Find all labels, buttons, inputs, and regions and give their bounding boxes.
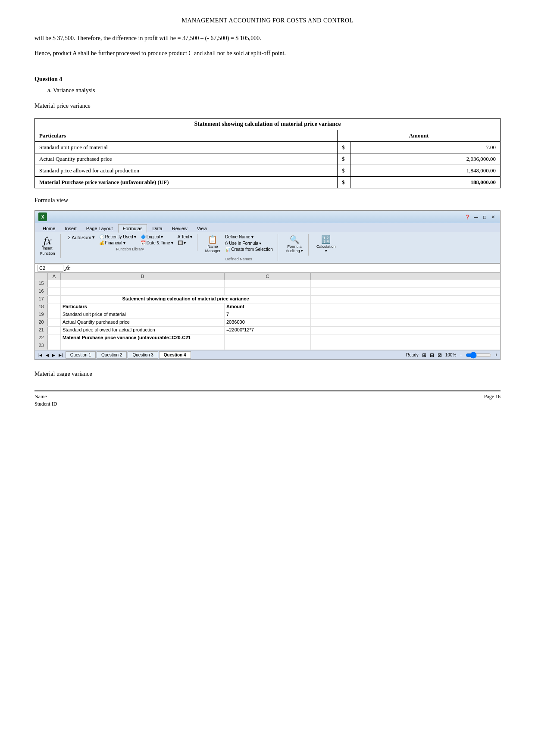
formula-auditing-button[interactable]: 🔍 FormulaAuditing ▾ xyxy=(284,234,305,256)
page-title: MANAGEMENT ACCOUNTING FOR COSTS AND CONT… xyxy=(34,17,501,24)
name-manager-button[interactable]: 📋 NameManager xyxy=(203,234,222,256)
row-num-16: 16 xyxy=(35,288,48,295)
cell-c22[interactable] xyxy=(225,334,311,342)
date-time-button[interactable]: 📅 Date & Time ▾ xyxy=(139,240,175,246)
cell-b21[interactable]: Standard price allowed for actual produc… xyxy=(61,327,225,334)
table-row: 23 xyxy=(35,342,500,350)
body-text-1: will be $ 37,500. Therefore, the differe… xyxy=(34,33,501,44)
sheet-tab-q2[interactable]: Question 2 xyxy=(97,351,127,359)
view-normal-icon[interactable]: ⊞ xyxy=(422,352,426,358)
cell-c18[interactable]: Amount xyxy=(225,303,311,311)
sheet-tab-q1[interactable]: Question 1 xyxy=(66,351,96,359)
cell-c15[interactable] xyxy=(225,280,311,287)
table-row: 15 xyxy=(35,280,500,288)
define-name-button[interactable]: Define Name ▾ xyxy=(224,234,274,240)
sheet-tabs: Question 1 Question 2 Question 3 Questio… xyxy=(66,351,191,359)
autosum-dropdown-icon: ▾ xyxy=(92,234,95,240)
insert-function-button[interactable]: 𝑓𝑥 InsertFunction xyxy=(38,234,57,258)
cell-b20[interactable]: Actual Quantity purchased price xyxy=(61,319,225,326)
cell-b15[interactable] xyxy=(61,280,225,287)
cell-c21[interactable]: =22000*12*7 xyxy=(225,327,311,334)
use-in-formula-button[interactable]: 𝑓𝑥 Use in Formula ▾ xyxy=(224,240,274,246)
logical-button[interactable]: 🔷 Logical ▾ xyxy=(139,234,175,240)
cell-b18[interactable]: Particulars xyxy=(61,303,225,311)
autosum-button[interactable]: Σ AutoSum ▾ xyxy=(67,234,96,241)
tab-formulas[interactable]: Formulas xyxy=(118,224,147,233)
cell-a15[interactable] xyxy=(48,280,61,287)
tab-insert[interactable]: Insert xyxy=(60,224,81,232)
recently-used-button[interactable]: 🕐 Recently Used ▾ xyxy=(98,234,138,240)
zoom-in-button[interactable]: + xyxy=(495,353,497,357)
table-row: Standard price allowed for actual produc… xyxy=(35,165,501,177)
col1-header: Particulars xyxy=(35,130,338,142)
name-box[interactable] xyxy=(38,265,63,272)
maximize-button[interactable]: ◻ xyxy=(481,213,488,220)
formula-input[interactable] xyxy=(71,266,497,271)
cell-c23[interactable] xyxy=(225,342,311,350)
table-row: Actual Quantity purchased price $ 2,036,… xyxy=(35,153,501,165)
cell-a19[interactable] xyxy=(48,311,61,319)
cell-b22[interactable]: Material Purchase price variance (unfavo… xyxy=(61,334,225,342)
prev-sheet-button[interactable]: ◀ xyxy=(45,353,50,357)
logical-icon: 🔷 xyxy=(141,234,146,239)
tab-page-layout[interactable]: Page Layout xyxy=(82,224,117,232)
cell-b19[interactable]: Standard unit price of material xyxy=(61,311,225,319)
cell-b16[interactable] xyxy=(61,288,225,295)
cell-c19[interactable]: 7 xyxy=(225,311,311,319)
calculation-button[interactable]: 🔢 Calculation▾ xyxy=(315,234,338,256)
tab-data[interactable]: Data xyxy=(148,224,166,232)
cell-a16[interactable] xyxy=(48,288,61,295)
view-page-break-icon[interactable]: ⊟ xyxy=(430,352,434,358)
tab-review[interactable]: Review xyxy=(168,224,192,232)
minimize-button[interactable]: — xyxy=(472,213,479,220)
footer-center: Page 16 xyxy=(484,394,501,407)
next-sheet-button[interactable]: ▶ xyxy=(51,353,56,357)
row-num-18: 18 xyxy=(35,303,48,311)
cell-c16[interactable] xyxy=(225,288,311,295)
table-row: 17 Statement showing calcuation of mater… xyxy=(35,296,500,303)
material-usage-label: Material usage variance xyxy=(34,371,501,378)
cell-a18[interactable] xyxy=(48,303,61,311)
cell-c20[interactable]: 2036000 xyxy=(225,319,311,326)
sub-item: a. Variance analysis xyxy=(47,87,501,94)
function-library-label: Function Library xyxy=(67,247,194,251)
last-sheet-button[interactable]: ▶| xyxy=(58,353,63,357)
more-functions-button[interactable]: 🔲 ▾ xyxy=(176,240,194,246)
table-row: 16 xyxy=(35,288,500,296)
first-sheet-button[interactable]: |◀ xyxy=(38,353,43,357)
view-page-layout-icon[interactable]: ⊠ xyxy=(438,352,442,358)
help-button[interactable]: ❓ xyxy=(464,213,471,220)
table-row-total: Material Purchase price variance (unfavo… xyxy=(35,177,501,188)
titlebar-controls[interactable]: ❓ — ◻ ✕ xyxy=(464,213,497,220)
financial-button[interactable]: 💰 Financial ▾ xyxy=(98,240,138,246)
text-label: Text xyxy=(181,234,189,239)
tab-home[interactable]: Home xyxy=(38,224,59,232)
insert-function-label: InsertFunction xyxy=(40,246,55,256)
defined-names-buttons: 📋 NameManager Define Name ▾ 𝑓𝑥 Use in Fo… xyxy=(203,234,274,256)
question-heading: Question 4 xyxy=(34,76,501,83)
create-from-selection-button[interactable]: 📊 Create from Selection xyxy=(224,247,274,252)
col-header-c: C xyxy=(225,273,311,280)
formula-auditing-group: 🔍 FormulaAuditing ▾ xyxy=(284,234,309,256)
financial-label: Financial xyxy=(105,241,122,245)
titlebar-left: X xyxy=(38,212,47,221)
cell-a22[interactable] xyxy=(48,334,61,342)
close-button[interactable]: ✕ xyxy=(490,213,497,220)
table-row: 18 Particulars Amount xyxy=(35,303,500,311)
zoom-slider[interactable] xyxy=(466,352,491,359)
function-library-group: Σ AutoSum ▾ 🕐 Recently Used ▾ 💰 xyxy=(67,234,197,251)
autosum-group: Σ AutoSum ▾ xyxy=(67,234,96,241)
zoom-out-button[interactable]: − xyxy=(460,353,462,357)
sheet-tab-q3[interactable]: Question 3 xyxy=(128,351,158,359)
cell-a21[interactable] xyxy=(48,327,61,334)
cell-b23[interactable] xyxy=(61,342,225,350)
sheet-tab-q4[interactable]: Question 4 xyxy=(159,351,191,359)
cell-a17[interactable] xyxy=(48,296,61,303)
table-row: 20 Actual Quantity purchased price 20360… xyxy=(35,319,500,327)
cell-a20[interactable] xyxy=(48,319,61,326)
cell-b17[interactable]: Statement showing calcuation of material… xyxy=(61,296,311,303)
text-button[interactable]: A Text ▾ xyxy=(176,234,194,240)
cell-a23[interactable] xyxy=(48,342,61,350)
formula-view-label: Formula view xyxy=(34,197,501,204)
tab-view[interactable]: View xyxy=(193,224,212,232)
